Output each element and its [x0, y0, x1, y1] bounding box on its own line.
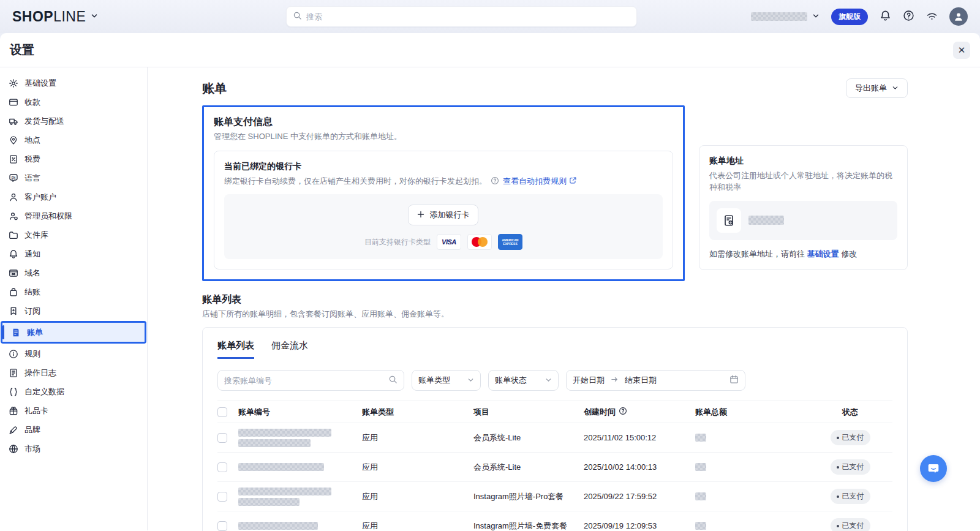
- chevron-down-icon: [467, 376, 474, 385]
- sidebar-item-markets[interactable]: 市场: [0, 439, 147, 458]
- sidebar-item-customer-accounts[interactable]: 客户账户: [0, 187, 147, 206]
- bill-type-select[interactable]: 账单类型: [412, 370, 481, 391]
- bill-search[interactable]: [217, 370, 404, 391]
- address-document-icon: [717, 208, 741, 233]
- arrow-right-icon: [611, 375, 619, 385]
- sidebar-item-taxes[interactable]: 税费: [0, 149, 147, 168]
- status-badge: 已支付: [831, 459, 870, 475]
- curly-braces-icon: [9, 387, 18, 397]
- created-cell: 2025/09/22 17:59:52: [584, 492, 695, 501]
- store-switcher[interactable]: [751, 12, 820, 21]
- project-cell: 会员系统-Lite: [473, 462, 584, 473]
- bill-type-cell: 应用: [362, 462, 473, 473]
- sidebar-item-gift-cards[interactable]: 礼品卡: [0, 401, 147, 420]
- bill-id-redacted: [238, 522, 318, 530]
- sidebar-item-checkout[interactable]: 结账: [0, 282, 147, 301]
- project-cell: Instagram照片墙-Pro套餐: [473, 491, 584, 502]
- bill-type-cell: 应用: [362, 491, 473, 502]
- table-row[interactable]: 应用 会员系统-Lite 2025/10/02 14:00:13 已支付: [217, 453, 892, 482]
- add-bank-card-button[interactable]: 添加银行卡: [408, 205, 478, 225]
- plan-badge[interactable]: 旗舰版: [831, 9, 868, 25]
- chevron-down-icon: [91, 12, 98, 21]
- billing-address-value: [709, 201, 897, 240]
- help-circle-icon[interactable]: [491, 176, 499, 187]
- general-settings-link[interactable]: 基础设置: [807, 249, 839, 260]
- table-row[interactable]: 应用 Instagram照片墙-Pro套餐 2025/09/22 17:59:5…: [217, 482, 892, 511]
- domain-browser-icon: [9, 268, 18, 278]
- created-cell: 2025/10/02 14:00:13: [584, 462, 695, 472]
- sidebar-item-label: 语言: [24, 173, 40, 184]
- user-avatar[interactable]: [949, 7, 968, 26]
- table-row[interactable]: 应用 会员系统-Lite 2025/11/02 15:00:12 已支付: [217, 423, 892, 453]
- sidebar-item-languages[interactable]: EN 语言: [0, 168, 147, 187]
- amount-redacted: [695, 492, 706, 500]
- col-header-project: 项目: [473, 407, 584, 418]
- global-search[interactable]: [286, 6, 637, 27]
- sidebar-item-brand[interactable]: 品牌: [0, 420, 147, 439]
- billing-address-subtitle: 代表公司注册地址或个人常驻地址，将决定账单的税种和税率: [709, 170, 897, 194]
- global-search-input[interactable]: [306, 12, 630, 21]
- support-chat-button[interactable]: [920, 455, 947, 482]
- help-circle-icon[interactable]: [619, 407, 627, 417]
- status-badge: 已支付: [831, 489, 870, 504]
- highlight-annotation-payment-info: 账单支付信息 管理您在 SHOPLINE 中支付账单的方式和账单地址。 当前已绑…: [202, 105, 685, 281]
- notification-bell-icon[interactable]: [880, 10, 891, 23]
- created-cell: 2025/09/19 12:09:53: [584, 521, 695, 530]
- address-footer-suffix: 修改: [841, 249, 857, 258]
- network-status-icon[interactable]: [926, 10, 938, 23]
- user-icon: [9, 192, 18, 202]
- sidebar-item-custom-data[interactable]: 自定义数据: [0, 382, 147, 401]
- row-checkbox[interactable]: [217, 433, 227, 443]
- sidebar-item-shipping[interactable]: 发货与配送: [0, 111, 147, 130]
- add-card-zone: 添加银行卡 目前支持银行卡类型 VISA AMERICAN EXPRESS: [224, 194, 663, 259]
- sidebar-item-admins-permissions[interactable]: 管理员和权限: [0, 206, 147, 225]
- billing-address-title: 账单地址: [709, 156, 897, 167]
- amex-card-icon: AMERICAN EXPRESS: [498, 234, 522, 250]
- truck-icon: [9, 116, 18, 126]
- sidebar-item-domains[interactable]: 域名: [0, 263, 147, 282]
- row-checkbox[interactable]: [217, 492, 227, 502]
- sidebar-item-label: 订阅: [24, 306, 40, 317]
- sidebar-item-activity-log[interactable]: 操作日志: [0, 363, 147, 382]
- row-checkbox[interactable]: [217, 521, 227, 531]
- top-bar: SHOPLINE 旗舰版: [0, 0, 980, 33]
- select-all-checkbox[interactable]: [217, 407, 227, 417]
- gear-icon: [9, 78, 18, 88]
- export-bills-button[interactable]: 导出账单: [846, 78, 908, 98]
- billing-list-panel: 账单列表 佣金流水 账单类型 账单状态: [202, 327, 908, 531]
- amount-redacted: [695, 434, 706, 442]
- sidebar-item-rules[interactable]: 规则: [0, 344, 147, 363]
- sidebar-item-label: 域名: [24, 268, 40, 279]
- sidebar-item-subscriptions[interactable]: 订阅: [0, 301, 147, 320]
- payment-info-subtitle: 管理您在 SHOPLINE 中支付账单的方式和账单地址。: [214, 131, 673, 142]
- sidebar-item-label: 自定义数据: [24, 386, 64, 397]
- shopline-logo[interactable]: SHOPLINE: [12, 9, 98, 25]
- log-document-icon: [9, 368, 18, 378]
- help-icon[interactable]: [903, 10, 914, 23]
- search-icon: [388, 375, 398, 386]
- project-cell: Instagram照片墙-免费套餐: [473, 521, 584, 531]
- sidebar-item-payments[interactable]: 收款: [0, 92, 147, 111]
- sidebar-item-general-settings[interactable]: 基础设置: [0, 73, 147, 92]
- bill-status-select[interactable]: 账单状态: [488, 370, 559, 391]
- bill-id-redacted: [238, 463, 324, 471]
- start-date-field[interactable]: 开始日期: [573, 375, 605, 386]
- sidebar-item-label: 礼品卡: [24, 405, 48, 416]
- auto-debit-rules-link[interactable]: 查看自动扣费规则: [503, 176, 577, 187]
- amount-redacted: [695, 522, 706, 530]
- row-checkbox[interactable]: [217, 462, 227, 472]
- sidebar-item-locations[interactable]: 地点: [0, 130, 147, 149]
- bill-search-input[interactable]: [224, 376, 383, 385]
- tab-commission-flow[interactable]: 佣金流水: [271, 340, 308, 359]
- close-icon[interactable]: ✕: [953, 42, 970, 59]
- shopping-bag-icon: [9, 287, 18, 297]
- sidebar-item-notifications[interactable]: 通知: [0, 244, 147, 263]
- sidebar-item-billing[interactable]: 账单: [2, 323, 145, 342]
- end-date-field[interactable]: 结束日期: [625, 375, 657, 386]
- sidebar-item-files[interactable]: 文件库: [0, 225, 147, 244]
- tab-billing-list[interactable]: 账单列表: [217, 340, 254, 359]
- sidebar-item-label: 通知: [24, 249, 40, 260]
- col-header-bill-id: 账单编号: [238, 407, 362, 418]
- date-range-picker[interactable]: 开始日期 结束日期: [566, 370, 745, 391]
- table-row[interactable]: 应用 Instagram照片墙-免费套餐 2025/09/19 12:09:53…: [217, 511, 892, 531]
